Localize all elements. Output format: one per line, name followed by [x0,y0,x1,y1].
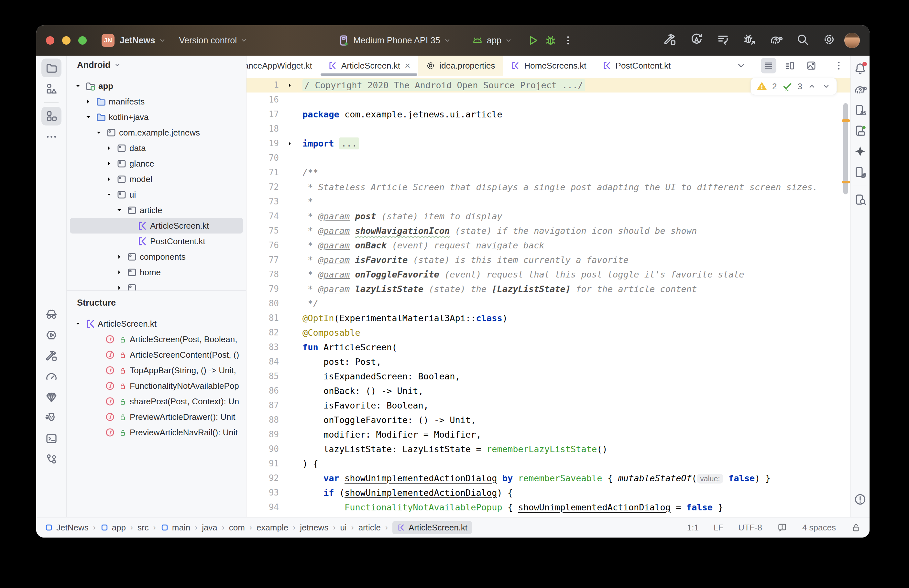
avatar[interactable] [844,33,860,48]
tab-lanceappwidget-kt[interactable]: lanceAppWidget.kt [247,56,320,76]
structure-item-articlescreen-post-boolean[interactable]: fArticleScreen(Post, Boolean, [67,331,246,347]
line-number[interactable]: 76 [247,238,283,253]
collapse-icon[interactable] [103,191,115,199]
tree-item-item[interactable] [70,280,243,291]
structure-item-sharepost-post-context-un[interactable]: fsharePost(Post, Context): Un [67,394,246,409]
expand-icon[interactable] [103,175,115,183]
tree-item-app[interactable]: app [70,78,243,94]
breadcrumb-example[interactable]: example [257,523,288,533]
structure-item-articlescreencontent-post[interactable]: fArticleScreenContent(Post, () [67,347,246,363]
close-window-button[interactable] [46,36,54,45]
next-issue-icon[interactable] [822,82,831,91]
line-number[interactable]: 72 [247,180,283,194]
expand-icon[interactable] [103,160,115,168]
tab-idea-properties[interactable]: idea.properties [418,56,503,76]
tree-item-manifests[interactable]: manifests [70,94,243,109]
breadcrumb-main[interactable]: main [160,523,190,533]
gradle-tool-button[interactable] [850,80,870,99]
apply-code-changes-button[interactable] [716,33,730,48]
more-run-options-button[interactable] [562,35,574,46]
logcat-tool-button[interactable] [41,409,61,427]
editor-view-mode-button[interactable] [761,58,777,73]
line-number[interactable]: 18 [247,122,283,136]
settings-button[interactable] [822,33,836,48]
preview-layout-button[interactable] [804,58,819,73]
line-number[interactable]: 83 [247,340,283,354]
structure-item-previewarticlenavrail-unit[interactable]: fPreviewArticleNavRail(): Unit [67,425,246,440]
breadcrumb-articlescreen-kt[interactable]: ArticleScreen.kt [392,521,472,534]
line-number[interactable]: 92 [247,471,283,485]
expand-icon[interactable] [83,97,94,106]
tree-item-home[interactable]: home [70,265,243,280]
line-number[interactable]: 79 [247,282,283,296]
tab-postcontent-kt[interactable]: PostContent.kt [594,56,679,76]
caret-position-widget[interactable]: 1:1 [687,523,699,533]
line-number[interactable]: 82 [247,325,283,340]
app-quality-insights-tool-button[interactable] [41,388,61,407]
code-editor[interactable]: 1/ Copyright 2020 The Android Open Sourc… [247,76,851,517]
expand-icon[interactable] [114,268,125,276]
notifications-button[interactable] [850,59,870,78]
line-number[interactable]: 75 [247,223,283,238]
collapse-icon[interactable] [73,82,84,90]
vcs-widget[interactable]: Version control [179,36,248,45]
problems-tool-button[interactable] [850,490,870,509]
structure-item-previewarticledrawer-unit[interactable]: fPreviewArticleDrawer(): Unit [67,409,246,425]
line-number[interactable]: 1 [247,78,283,92]
minimize-window-button[interactable] [62,36,71,45]
collapse-icon[interactable] [83,113,94,121]
highlight-level-icon[interactable] [777,522,787,533]
tree-item-data[interactable]: data [70,141,243,156]
device-explorer-tool-button[interactable] [850,190,870,209]
structure-tool-button[interactable] [41,107,61,126]
split-editor-button[interactable] [782,58,798,73]
tree-item-ui[interactable]: ui [70,187,243,202]
app-inspection-tool-button[interactable] [41,305,61,324]
line-number[interactable]: 71 [247,165,283,180]
close-tab-icon[interactable]: × [405,60,410,71]
breadcrumb-java[interactable]: java [202,523,217,533]
collapse-icon[interactable] [114,206,125,215]
fold-marker-icon[interactable] [283,136,297,151]
line-number[interactable]: 85 [247,369,283,384]
collapse-icon[interactable] [73,320,84,328]
line-number[interactable]: 74 [247,209,283,223]
line-number[interactable]: 94 [247,500,283,515]
line-number[interactable]: 80 [247,296,283,311]
running-devices-tool-button[interactable] [41,326,61,344]
apply-changes-button[interactable] [690,33,703,48]
terminal-tool-button[interactable] [41,429,61,448]
profiler-tool-button[interactable] [41,367,61,386]
breadcrumb-jetnews[interactable]: jetnews [300,523,328,533]
gradle-sync-button[interactable] [769,33,783,48]
gemini-tool-button[interactable] [850,142,870,161]
project-view-header[interactable]: Android [67,56,246,74]
line-number[interactable]: 88 [247,413,283,427]
encoding-widget[interactable]: UTF-8 [738,523,762,533]
tree-item-model[interactable]: model [70,171,243,187]
indent-widget[interactable]: 4 spaces [802,523,836,533]
unlocked-icon[interactable] [851,522,861,533]
expand-icon[interactable] [114,253,125,261]
device-pairing-tool-button[interactable] [850,163,870,181]
line-number[interactable]: 84 [247,354,283,369]
line-number[interactable]: 19 [247,136,283,151]
breadcrumb-ui[interactable]: ui [340,523,346,533]
fold-marker-icon[interactable] [283,78,297,92]
structure-item-topappbar-string-unit[interactable]: fTopAppBar(String, () -> Unit, [67,363,246,378]
tab-list-dropdown-button[interactable] [733,58,749,73]
line-number[interactable]: 90 [247,442,283,456]
resource-manager-tool-button[interactable] [41,79,61,98]
expand-icon[interactable] [114,284,125,291]
tree-item-articlescreen-kt[interactable]: ArticleScreen.kt [70,218,243,234]
breadcrumb-com[interactable]: com [229,523,245,533]
warning-stripe-mark[interactable] [842,181,850,183]
line-number[interactable]: 73 [247,194,283,209]
search-everywhere-button[interactable] [796,33,809,48]
line-ending-widget[interactable]: LF [714,523,723,533]
tree-item-com-example-jetnews[interactable]: com.example.jetnews [70,125,243,141]
device-manager-tool-button[interactable] [850,100,870,120]
tree-item-kotlin-java[interactable]: kotlin+java [70,109,243,125]
debug-button[interactable] [544,34,557,47]
line-number[interactable]: 91 [247,456,283,471]
